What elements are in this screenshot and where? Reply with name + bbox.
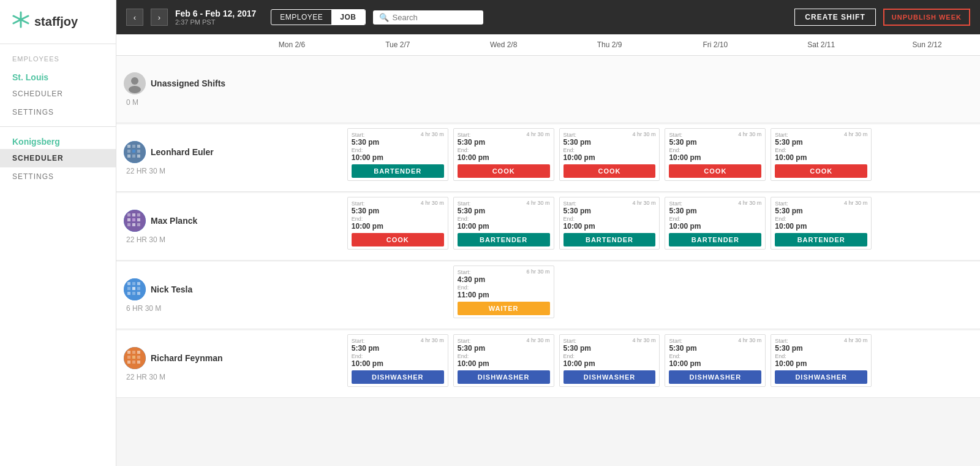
- svg-point-4: [131, 77, 138, 85]
- unassigned-sun: [874, 56, 980, 123]
- day-header-sat: Sat 2/11: [768, 40, 874, 49]
- svg-point-5: [129, 86, 141, 93]
- sidebar-item-scheduler-stlouis[interactable]: SCHEDULER: [0, 85, 116, 103]
- unassigned-avatar: [124, 72, 146, 94]
- euler-sat: Start:5:30 pm 4 hr 30 m End:10:00 pm COO…: [768, 124, 874, 191]
- sidebar-item-scheduler-konigsberg[interactable]: SCHEDULER: [0, 149, 116, 167]
- search-icon: 🔍: [379, 13, 389, 22]
- day-header-sun: Sun 2/12: [874, 40, 980, 49]
- planck-fri-badge[interactable]: BARTENDER: [669, 233, 761, 246]
- feynman-wed-badge[interactable]: DISHWASHER: [458, 370, 550, 384]
- unassigned-mon: [239, 56, 345, 123]
- feynman-thu-badge[interactable]: DISHWASHER: [564, 370, 656, 384]
- tesla-sun: [874, 262, 980, 329]
- unpublish-week-button[interactable]: UNPUBLISH WEEK: [883, 9, 970, 26]
- sidebar-item-settings-konigsberg[interactable]: SETTINGS: [0, 167, 116, 186]
- feynman-sat-card[interactable]: Start:5:30 pm 4 hr 30 m End:10:00 pm DIS…: [771, 334, 872, 387]
- sidebar: staffjoy EMPLOYEES St. Louis SCHEDULER S…: [0, 0, 116, 466]
- tesla-wed-card[interactable]: Start:4:30 pm 6 hr 30 m End:11:00 pm WAI…: [453, 265, 554, 318]
- feynman-name: Richard Feynman: [151, 353, 222, 363]
- feynman-tue-card[interactable]: Start:5:30 pm 4 hr 30 m End:10:00 pm DIS…: [347, 334, 448, 387]
- tesla-tue: [345, 262, 451, 329]
- unassigned-sat: [768, 56, 874, 123]
- day-header-mon: Mon 2/6: [239, 40, 345, 49]
- planck-row: Max Planck 22 HR 30 M Start:5:30 pm 4 hr…: [116, 193, 980, 261]
- planck-thu: Start:5:30 pm 4 hr 30 m End:10:00 pm BAR…: [557, 193, 663, 260]
- planck-wed-card[interactable]: Start:5:30 pm 4 hr 30 m End:10:00 pm BAR…: [453, 197, 554, 250]
- calendar: Mon 2/6 Tue 2/7 Wed 2/8 Thu 2/9 Fri 2/10…: [116, 34, 980, 466]
- feynman-wed: Start:5:30 pm 4 hr 30 m End:10:00 pm DIS…: [451, 330, 557, 397]
- euler-fri-card[interactable]: Start:5:30 pm 4 hr 30 m End:10:00 pm COO…: [665, 128, 766, 181]
- tesla-name-row: Nick Tesla: [124, 278, 192, 300]
- planck-sun: [874, 193, 980, 260]
- svg-rect-23: [127, 223, 130, 226]
- tesla-name: Nick Tesla: [151, 285, 192, 294]
- planck-sat-badge[interactable]: BARTENDER: [775, 233, 867, 246]
- planck-fri-card[interactable]: Start:5:30 pm 4 hr 30 m End:10:00 pm BAR…: [665, 197, 766, 250]
- day-header-tue: Tue 2/7: [345, 40, 451, 49]
- planck-tue-badge[interactable]: COOK: [352, 233, 444, 246]
- euler-tue-card[interactable]: Start: 5:30 pm 4 hr 30 m End: 10:00 pm B…: [347, 128, 448, 181]
- svg-rect-42: [137, 356, 140, 359]
- euler-avatar: [124, 141, 146, 163]
- svg-rect-40: [127, 356, 130, 359]
- unassigned-info: Unassigned Shifts 0 M: [116, 56, 239, 123]
- planck-thu-card[interactable]: Start:5:30 pm 4 hr 30 m End:10:00 pm BAR…: [559, 197, 660, 250]
- euler-thu-card[interactable]: Start:5:30 pm 4 hr 30 m End:10:00 pm COO…: [559, 128, 660, 181]
- euler-wed-card[interactable]: Start:5:30 pm 4 hr 30 m End:10:00 pm COO…: [453, 128, 554, 181]
- planck-tue: Start:5:30 pm 4 hr 30 m End:10:00 pm COO…: [345, 193, 451, 260]
- euler-tue-start-block: Start: 5:30 pm: [352, 131, 379, 147]
- euler-tue-time-row: Start: 5:30 pm 4 hr 30 m: [352, 131, 444, 147]
- planck-thu-badge[interactable]: BARTENDER: [564, 233, 656, 246]
- prev-week-button[interactable]: ‹: [126, 9, 143, 26]
- search-input[interactable]: [393, 13, 477, 22]
- create-shift-button[interactable]: CREATE SHIFT: [794, 9, 875, 26]
- toggle-job-button[interactable]: JOB: [331, 10, 364, 25]
- svg-rect-25: [137, 223, 140, 226]
- planck-tue-card[interactable]: Start:5:30 pm 4 hr 30 m End:10:00 pm COO…: [347, 197, 448, 250]
- planck-sat-card[interactable]: Start:5:30 pm 4 hr 30 m End:10:00 pm BAR…: [771, 197, 872, 250]
- euler-wed-badge[interactable]: COOK: [458, 164, 550, 178]
- topbar: ‹ › Feb 6 - Feb 12, 2017 2:37 PM PST EMP…: [116, 0, 980, 34]
- euler-tue-badge[interactable]: BARTENDER: [352, 164, 444, 178]
- feynman-info: Richard Feynman 22 HR 30 M: [116, 330, 239, 397]
- svg-rect-8: [132, 145, 135, 148]
- feynman-thu-card[interactable]: Start:5:30 pm 4 hr 30 m End:10:00 pm DIS…: [559, 334, 660, 387]
- svg-rect-39: [137, 351, 140, 354]
- euler-mon: [239, 124, 345, 191]
- logo-text: staffjoy: [34, 15, 78, 29]
- tesla-thu: [557, 262, 663, 329]
- next-week-button[interactable]: ›: [151, 9, 168, 26]
- employees-section-label: EMPLOYEES: [0, 44, 116, 67]
- unassigned-hours: 0 M: [124, 98, 138, 107]
- toggle-employee-button[interactable]: EMPLOYEE: [271, 10, 331, 25]
- unassigned-tue: [345, 56, 451, 123]
- svg-rect-27: [127, 282, 130, 285]
- unassigned-thu: [557, 56, 663, 123]
- planck-wed-badge[interactable]: BARTENDER: [458, 233, 550, 246]
- feynman-sat: Start:5:30 pm 4 hr 30 m End:10:00 pm DIS…: [768, 330, 874, 397]
- euler-fri-badge[interactable]: COOK: [669, 164, 761, 178]
- feynman-fri-card[interactable]: Start:5:30 pm 4 hr 30 m End:10:00 pm DIS…: [665, 334, 766, 387]
- euler-wed: Start:5:30 pm 4 hr 30 m End:10:00 pm COO…: [451, 124, 557, 191]
- euler-thu-badge[interactable]: COOK: [564, 164, 656, 178]
- svg-rect-44: [132, 361, 135, 364]
- svg-rect-17: [127, 213, 130, 216]
- euler-info: Leonhard Euler 22 HR 30 M: [116, 124, 239, 191]
- euler-name: Leonhard Euler: [151, 147, 214, 157]
- sidebar-item-settings-stlouis[interactable]: SETTINGS: [0, 103, 116, 121]
- svg-rect-13: [127, 155, 130, 158]
- feynman-tue-badge[interactable]: DISHWASHER: [352, 370, 444, 384]
- planck-info: Max Planck 22 HR 30 M: [116, 193, 239, 260]
- feynman-sat-badge[interactable]: DISHWASHER: [775, 370, 867, 384]
- svg-rect-45: [137, 361, 140, 364]
- euler-sat-card[interactable]: Start:5:30 pm 4 hr 30 m End:10:00 pm COO…: [771, 128, 872, 181]
- tesla-wed-badge[interactable]: WAITER: [458, 302, 550, 315]
- svg-rect-12: [137, 150, 140, 153]
- feynman-wed-card[interactable]: Start:5:30 pm 4 hr 30 m End:10:00 pm DIS…: [453, 334, 554, 387]
- euler-sat-badge[interactable]: COOK: [775, 164, 867, 178]
- sidebar-divider: [0, 126, 116, 127]
- planck-hours: 22 HR 30 M: [124, 235, 165, 244]
- svg-rect-38: [132, 351, 135, 354]
- feynman-fri-badge[interactable]: DISHWASHER: [669, 370, 761, 384]
